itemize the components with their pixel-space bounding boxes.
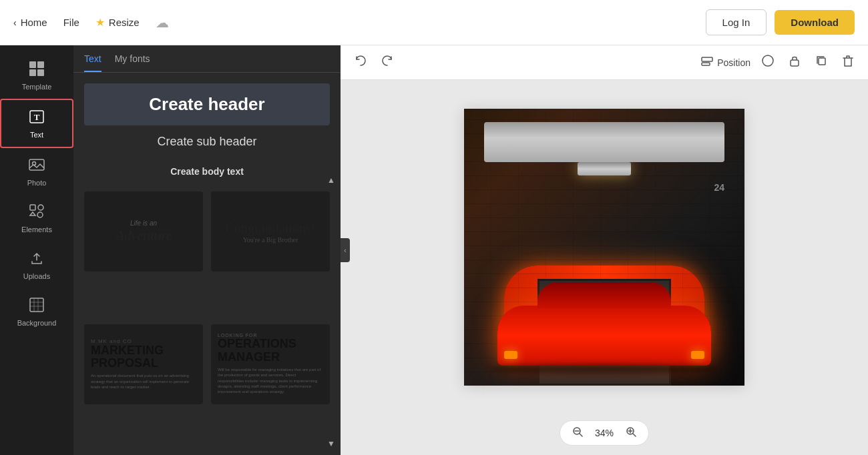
svg-rect-0 [29,61,36,68]
home-label: Home [21,17,47,28]
zoom-out-button[interactable] [571,425,584,441]
car-shadow [491,364,718,374]
font-thumbnails: Life is an Adventure Congratulations! Yo… [73,185,341,455]
zoom-bar: 34% [341,414,868,455]
create-body-button[interactable]: Create body text [84,158,330,185]
car-body [497,306,711,366]
svg-rect-20 [819,58,825,65]
svg-rect-16 [702,57,712,61]
elements-label: Elements [21,225,52,234]
scroll-down-indicator[interactable]: ▼ [327,439,335,448]
duplicate-button[interactable] [812,51,831,73]
star-icon: ★ [95,16,105,29]
svg-line-30 [633,434,636,436]
svg-rect-11 [30,298,43,312]
adventure-line1: Life is an [115,219,172,227]
download-button[interactable]: Download [775,10,855,35]
svg-point-9 [38,205,43,210]
home-link[interactable]: ‹ Home [13,17,47,28]
text-icon: T [28,108,45,128]
topbar-right: Log In Download [706,9,855,35]
uploads-icon [28,250,45,270]
adventure-line2: Adventure [115,227,172,244]
main-area: Template T Text Photo [0,45,868,455]
lock-button[interactable] [785,51,804,73]
text-label: Text [30,131,43,139]
canvas-area: Position [341,45,868,455]
svg-rect-17 [702,63,710,65]
font-thumb-operations[interactable]: LOOKING FOR OPERATIONSMANAGER Will be re… [211,324,330,404]
tab-text[interactable]: Text [84,53,101,72]
canvas-toolbar: Position [341,45,868,80]
headlight-left [504,351,517,359]
topbar-left: ‹ Home File ★ Resize ☁ [13,15,706,31]
create-subheader-button[interactable]: Create sub header [84,125,330,158]
resize-button[interactable]: ★ Resize [95,16,140,29]
tab-my-fonts[interactable]: My fonts [115,53,150,72]
cloud-icon[interactable]: ☁ [156,15,169,31]
file-menu[interactable]: File [63,17,79,28]
ceiling-light [578,162,631,175]
position-label: Position [717,57,750,68]
svg-rect-2 [29,69,36,76]
canvas-viewport[interactable]: 24 [341,80,868,414]
zoom-value: 34% [592,428,616,438]
wall-number: 24 [714,182,724,193]
panel-collapse-button[interactable]: ‹ [341,238,350,262]
elements-icon [28,203,45,223]
template-icon [28,60,45,80]
marketing-body: An operational document that puts us on … [91,373,196,390]
sidebar: Template T Text Photo [0,45,73,455]
delete-button[interactable] [839,51,857,73]
photo-icon [28,156,45,176]
chevron-left-icon: ‹ [13,17,17,28]
svg-text:T: T [34,112,40,122]
zoom-control: 34% [560,420,649,446]
sidebar-item-photo[interactable]: Photo [0,148,73,195]
resize-label: Resize [109,17,140,28]
congrats-line1: Congratulations! [226,220,315,236]
congrats-line2: You're a Big Brother [226,236,315,244]
circle-fill-button[interactable] [758,51,777,73]
svg-line-27 [580,434,582,436]
login-button[interactable]: Log In [706,9,767,35]
font-thumb-adventure[interactable]: Life is an Adventure [84,191,203,272]
canvas-frame[interactable]: 24 [464,109,744,386]
topbar: ‹ Home File ★ Resize ☁ Log In Download [0,0,868,45]
sidebar-item-template[interactable]: Template [0,52,73,99]
svg-rect-10 [37,212,43,217]
uploads-label: Uploads [23,272,50,280]
background-label: Background [17,319,57,327]
toolbar-right: Position [701,51,857,73]
ops-main: OPERATIONSMANAGER [218,338,323,364]
sidebar-item-elements[interactable]: Elements [0,195,73,242]
car-roof [537,282,671,309]
text-panel: Text My fonts Create header Create sub h… [73,45,341,455]
headlight-right [691,351,704,359]
sidebar-item-text[interactable]: T Text [0,99,73,148]
font-thumb-marketing[interactable]: M.MK and CO MARKETINGPROPOSAL An operati… [84,324,203,404]
svg-rect-1 [37,61,44,68]
panel-tabs: Text My fonts [73,45,341,73]
photo-label: Photo [27,179,47,187]
font-thumb-congratulations[interactable]: Congratulations! You're a Big Brother [211,191,330,272]
svg-rect-19 [791,60,799,66]
sidebar-item-uploads[interactable]: Uploads [0,242,73,288]
position-button[interactable]: Position [701,57,750,69]
background-icon [28,296,45,316]
template-label: Template [22,83,52,91]
zoom-in-button[interactable] [624,425,638,441]
canvas-image: 24 [464,109,744,386]
undo-button[interactable] [351,51,370,73]
scroll-up-indicator[interactable]: ▲ [327,175,335,185]
svg-point-18 [763,55,773,66]
svg-rect-6 [29,159,44,170]
marketing-main: MARKETINGPROPOSAL [91,344,196,371]
redo-button[interactable] [378,51,397,73]
sidebar-item-background[interactable]: Background [0,288,73,335]
ops-body: Will be responsible for managing initiat… [218,367,323,395]
svg-rect-8 [30,205,35,210]
create-header-button[interactable]: Create header [84,83,330,125]
svg-rect-3 [37,69,44,76]
